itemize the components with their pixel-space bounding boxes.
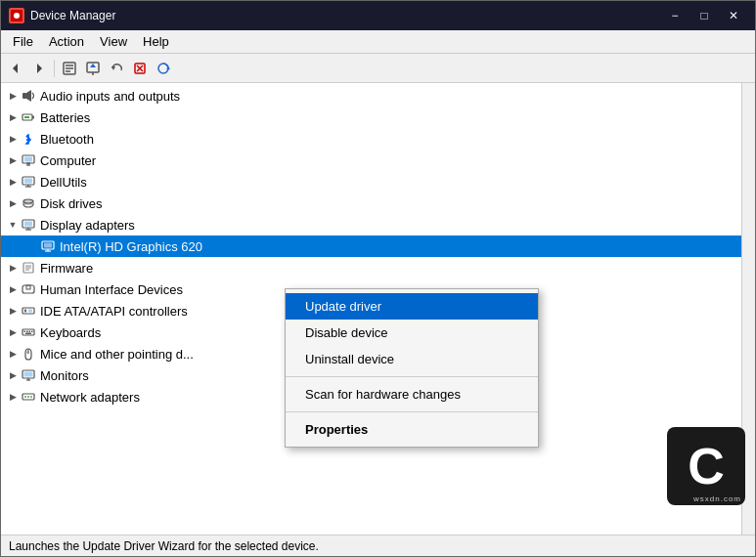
label-dellutils: DellUtils [40,175,87,190]
ctx-update-driver[interactable]: Update driver [286,293,538,320]
content-area: ▶ Audio inputs and outputs ▶ Batteries ▶ [1,83,755,535]
status-text: Launches the Update Driver Wizard for th… [9,539,319,553]
label-computer: Computer [40,153,96,168]
svg-marker-10 [90,64,96,67]
maximize-button[interactable]: □ [690,6,718,25]
svg-rect-17 [22,93,26,99]
label-audio: Audio inputs and outputs [40,89,180,104]
ctx-separator-2 [286,411,538,412]
icon-ide-ata [21,303,36,319]
watermark-text: wsxdn.com [693,494,741,503]
svg-rect-57 [25,333,31,335]
tree-item-computer[interactable]: ▶ Computer [1,150,741,171]
update-driver-toolbar-button[interactable] [82,58,104,79]
svg-rect-55 [29,331,31,333]
icon-human-interface [21,281,36,297]
tree-item-dellutils[interactable]: ▶ DellUtils [1,171,741,193]
svg-marker-18 [26,90,31,102]
menu-view[interactable]: View [92,32,135,51]
svg-point-67 [30,396,32,398]
expander-disk-drives[interactable]: ▶ [5,195,21,211]
svg-marker-2 [13,64,18,73]
expander-computer[interactable]: ▶ [5,152,21,168]
icon-dellutils [21,174,36,190]
properties-small-button[interactable] [59,58,80,79]
tree-item-audio[interactable]: ▶ Audio inputs and outputs [1,85,741,107]
expander-network-adapters[interactable]: ▶ [5,389,21,405]
svg-point-66 [27,396,29,398]
context-menu: Update driver Disable device Uninstall d… [285,288,539,448]
expander-keyboards[interactable]: ▶ [5,324,21,340]
svg-point-1 [14,13,20,19]
expander-human-interface[interactable]: ▶ [5,281,21,297]
rollback-button[interactable] [106,58,127,79]
expander-firmware[interactable]: ▶ [5,260,21,276]
menu-bar: File Action View Help [1,30,755,54]
tree-item-intel-graphics[interactable]: Intel(R) HD Graphics 620 [1,236,741,257]
tree-item-bluetooth[interactable]: ▶ Bluetooth [1,128,741,150]
expander-monitors[interactable]: ▶ [5,367,21,383]
svg-rect-24 [24,157,32,162]
label-human-interface: Human Interface Devices [40,282,183,297]
label-disk-drives: Disk drives [40,196,103,211]
label-bluetooth: Bluetooth [40,132,94,147]
svg-rect-29 [24,179,32,184]
svg-rect-59 [27,351,29,354]
svg-rect-56 [31,331,33,333]
svg-rect-21 [32,116,34,119]
icon-computer [21,152,36,168]
forward-button[interactable] [28,58,50,79]
expander-bluetooth[interactable]: ▶ [5,131,21,147]
expander-batteries[interactable]: ▶ [5,109,21,125]
svg-point-34 [23,199,33,203]
label-batteries: Batteries [40,110,90,125]
svg-rect-51 [28,310,32,313]
expander-ide-ata[interactable]: ▶ [5,303,21,319]
window-title: Device Manager [30,9,661,22]
label-mice: Mice and other pointing d... [40,347,194,362]
icon-audio [21,88,36,104]
ctx-uninstall-device[interactable]: Uninstall device [286,346,538,372]
icon-disk-drives [21,195,36,211]
ctx-disable-device[interactable]: Disable device [286,320,538,346]
toolbar-sep-1 [54,60,55,77]
icon-keyboards [21,324,36,340]
label-keyboards: Keyboards [40,325,101,340]
back-button[interactable] [5,58,26,79]
expander-mice[interactable]: ▶ [5,346,21,362]
tree-item-disk-drives[interactable]: ▶ Disk drives [1,193,741,214]
ctx-scan-changes[interactable]: Scan for hardware changes [286,381,538,407]
minimize-button[interactable]: − [661,6,689,25]
svg-marker-3 [37,64,42,73]
menu-action[interactable]: Action [41,32,92,51]
toolbar [1,54,755,83]
device-manager-window: Device Manager − □ ✕ File Action View He… [0,0,756,557]
menu-file[interactable]: File [5,32,41,51]
window-controls: − □ ✕ [661,6,747,25]
tree-item-batteries[interactable]: ▶ Batteries [1,107,741,128]
label-firmware: Firmware [40,261,93,276]
svg-marker-16 [166,66,170,69]
svg-rect-48 [26,285,30,289]
svg-rect-54 [26,331,28,333]
ctx-separator-1 [286,376,538,377]
svg-rect-50 [24,310,26,313]
tree-item-firmware[interactable]: ▶ Firmware [1,257,741,278]
icon-intel-graphics [40,238,56,254]
label-network-adapters: Network adapters [40,390,140,405]
ctx-properties[interactable]: Properties [286,416,538,443]
label-display-adapters: Display adapters [40,218,135,233]
icon-firmware [21,260,36,276]
icon-network-adapters [21,389,36,405]
menu-help[interactable]: Help [135,32,177,51]
close-button[interactable]: ✕ [720,6,747,25]
scan-hardware-button[interactable] [153,58,174,79]
uninstall-button[interactable] [129,58,151,79]
expander-dellutils[interactable]: ▶ [5,174,21,190]
watermark-letter: C [688,441,725,492]
expander-display-adapters[interactable]: ▼ [5,217,21,233]
icon-batteries [21,109,36,125]
watermark-logo: C [667,427,745,505]
tree-item-display-adapters[interactable]: ▼ Display adapters [1,214,741,236]
expander-audio[interactable]: ▶ [5,88,21,104]
